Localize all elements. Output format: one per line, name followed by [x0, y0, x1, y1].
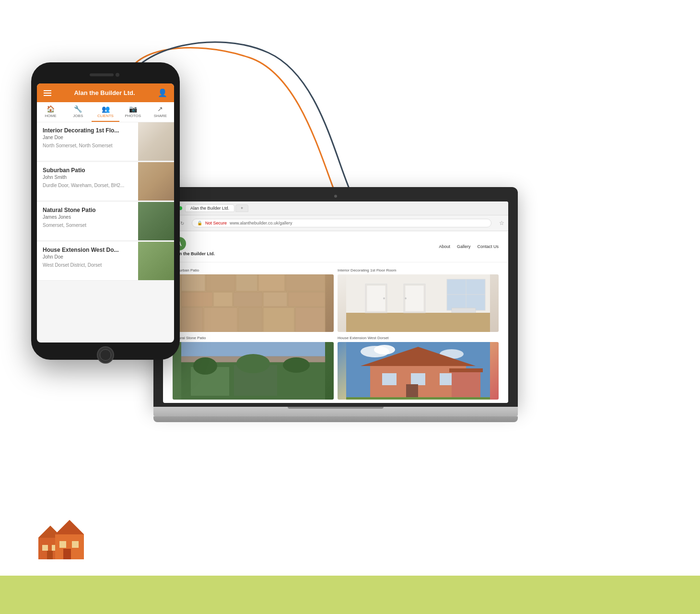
nav-contact[interactable]: Contact Us: [477, 244, 499, 249]
nav-jobs[interactable]: 🔧 JOBS: [64, 102, 92, 122]
nav-jobs-label: JOBS: [73, 114, 83, 118]
laptop-foot: [153, 416, 518, 422]
laptop-camera: [334, 195, 337, 198]
phone-notch: [37, 68, 174, 82]
job-img-3: [138, 202, 174, 240]
job-location-4: West Dorset District, Dorset: [43, 262, 132, 268]
gallery-img-1: [173, 274, 334, 332]
svg-rect-2: [42, 545, 48, 551]
phone-camera: [116, 73, 119, 77]
nav-share-label: SHARE: [154, 114, 167, 118]
house-ext-img: [138, 242, 174, 280]
svg-rect-16: [181, 292, 212, 307]
refresh-button[interactable]: ↻: [180, 221, 184, 226]
nav-home[interactable]: 🏠 HOME: [37, 102, 64, 122]
gallery-label-1: Suburban Patio: [173, 268, 334, 272]
hamburger-icon[interactable]: [44, 90, 51, 96]
phone-header-title: Alan the Builder Ltd.: [74, 89, 135, 96]
job-item-3[interactable]: Natural Stone Patio James Jones Somerset…: [37, 202, 174, 241]
svg-rect-30: [367, 285, 385, 311]
svg-point-46: [236, 354, 270, 373]
stone-gallery-img: [173, 342, 334, 400]
svg-rect-25: [295, 307, 325, 332]
suburban-gallery-img: [173, 274, 334, 332]
svg-rect-11: [181, 274, 205, 291]
svg-point-47: [283, 357, 310, 373]
gallery-item-3[interactable]: Natural Stone Patio: [173, 336, 334, 400]
address-bar-row: ← → ↻ 🔒 Not Secure www.alanthebuilder.co…: [163, 215, 508, 231]
inactive-tab-1[interactable]: +: [235, 204, 248, 212]
svg-rect-17: [213, 292, 233, 307]
job-client-1: Jane Doe: [43, 135, 132, 140]
nav-photos[interactable]: 📷 PHOTOS: [119, 102, 147, 122]
website-nav: A Alan the Builder Ltd. About Gallery Co…: [163, 231, 508, 262]
svg-rect-60: [346, 397, 490, 400]
laptop-base: [153, 407, 518, 416]
job-list: Interior Decorating 1st Flo... Jane Doe …: [37, 122, 174, 342]
phone-home-button-inner: [100, 349, 111, 361]
interior-img: [138, 122, 174, 161]
job-info-4: House Extension West Do... John Doe West…: [37, 242, 138, 280]
svg-rect-55: [411, 373, 425, 385]
svg-rect-14: [258, 274, 285, 291]
gallery-img-2: [338, 274, 499, 332]
person-icon[interactable]: 👤: [158, 88, 167, 97]
svg-marker-6: [55, 520, 84, 534]
home-nav-icon: 🏠: [47, 105, 55, 113]
job-title-3: Natural Stone Patio: [43, 207, 132, 213]
gallery-item-4[interactable]: House Extension West Dorset: [338, 336, 499, 400]
url-text: www.alanthebuilder.co.uk/gallery: [230, 221, 292, 225]
nav-gallery[interactable]: Gallery: [457, 244, 471, 249]
svg-rect-33: [405, 285, 424, 311]
browser-tabs: Alan the Builder Ltd. +: [185, 204, 504, 212]
svg-rect-59: [449, 368, 483, 372]
job-item-4[interactable]: House Extension West Do... John Doe West…: [37, 242, 174, 281]
job-img-2: [138, 162, 174, 201]
svg-rect-8: [72, 541, 79, 548]
nav-about[interactable]: About: [439, 244, 450, 249]
phone-speaker: [90, 73, 114, 76]
svg-rect-19: [263, 292, 287, 307]
svg-point-34: [405, 297, 407, 299]
nav-clients-label: CLIENTS: [97, 114, 114, 118]
gallery-item-2[interactable]: Interior Decorating 1st Floor Room: [338, 268, 499, 332]
svg-rect-7: [59, 541, 66, 548]
phone-home-button[interactable]: [97, 346, 114, 364]
nav-share[interactable]: ↗ SHARE: [147, 102, 174, 122]
nav-photos-label: PHOTOS: [125, 114, 141, 118]
job-title-1: Interior Decorating 1st Flo...: [43, 127, 132, 134]
job-item-1[interactable]: Interior Decorating 1st Flo... Jane Doe …: [37, 122, 174, 161]
svg-rect-23: [238, 307, 262, 332]
gallery-label-2: Interior Decorating 1st Floor Room: [338, 268, 499, 272]
active-tab[interactable]: Alan the Builder Ltd.: [185, 204, 234, 212]
bookmark-icon[interactable]: ☆: [499, 220, 504, 226]
phone-header: Alan the Builder Ltd. 👤: [37, 83, 174, 102]
job-item-2[interactable]: Suburban Patio John Smith Durdle Door, W…: [37, 162, 174, 201]
job-client-2: John Smith: [43, 175, 132, 180]
svg-rect-58: [452, 371, 480, 400]
photos-nav-icon: 📷: [129, 105, 137, 113]
website-gallery: Suburban Patio: [163, 262, 508, 403]
gallery-img-4: [338, 342, 499, 400]
jobs-nav-icon: 🔧: [74, 105, 82, 113]
nav-home-label: HOME: [45, 114, 57, 118]
lock-icon: 🔒: [197, 221, 202, 225]
gallery-label-4: House Extension West Dorset: [338, 336, 499, 340]
svg-rect-12: [206, 274, 235, 291]
address-bar[interactable]: 🔒 Not Secure www.alanthebuilder.co.uk/ga…: [192, 219, 491, 227]
gallery-img-3: [173, 342, 334, 400]
job-title-2: Suburban Patio: [43, 167, 132, 174]
job-img-1: [138, 122, 174, 161]
svg-rect-21: [181, 307, 203, 332]
gallery-item-1[interactable]: Suburban Patio: [173, 268, 334, 332]
svg-rect-38: [452, 308, 476, 313]
job-info-3: Natural Stone Patio James Jones Somerset…: [37, 202, 138, 240]
laptop-screen: Alan the Builder Ltd. + ← → ↻ 🔒 Not Secu…: [163, 201, 508, 403]
svg-rect-9: [63, 549, 71, 559]
house-gallery-img: [338, 342, 499, 400]
svg-rect-20: [288, 292, 325, 307]
nav-clients[interactable]: 👥 CLIENTS: [92, 102, 119, 122]
job-title-4: House Extension West Do...: [43, 247, 132, 253]
svg-rect-28: [346, 313, 490, 332]
laptop-hinge: [288, 407, 384, 409]
